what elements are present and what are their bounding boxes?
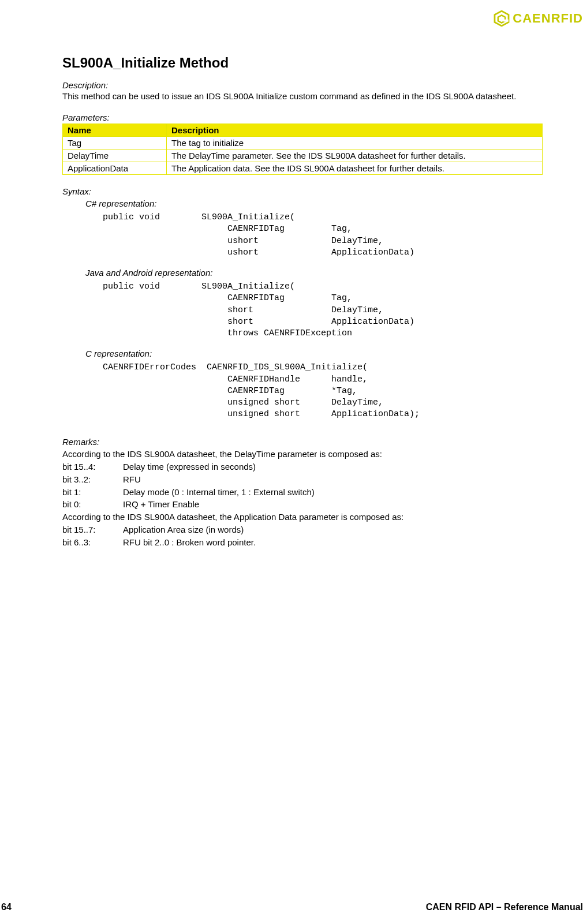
remarks-block: Remarks: According to the IDS SL900A dat… [62,436,543,549]
hexagon-icon [494,10,510,27]
table-row: Tag The tag to initialize [63,137,543,149]
bit-row: bit 15..7:Application Area size (in word… [62,523,543,536]
bit-desc: Delay time (expressed in seconds) [123,461,256,473]
csharp-code: public void SL900A_Initialize( CAENRFIDT… [103,212,543,259]
syntax-label: Syntax: [62,186,543,196]
java-label: Java and Android representation: [85,268,543,278]
page-content: SL900A_Initialize Method Description: Th… [62,55,543,548]
bit-label: bit 1: [62,486,123,499]
table-row: DelayTime The DelayTime parameter. See t… [63,149,543,162]
brand-name: CAENRFID [513,11,583,26]
col-name-header: Name [63,124,167,137]
bit-row: bit 0:IRQ + Timer Enable [62,498,543,511]
bit-desc: Application Area size (in words) [123,523,244,536]
footer-title: CAEN RFID API – Reference Manual [426,902,583,912]
csharp-label: C# representation: [85,199,543,208]
param-name: DelayTime [63,149,167,162]
page-number: 64 [1,902,12,912]
parameters-table: Name Description Tag The tag to initiali… [62,124,543,175]
bit-row: bit 15..4:Delay time (expressed in secon… [62,461,543,473]
remarks-line: According to the IDS SL900A datasheet, t… [62,448,543,461]
col-description-header: Description [167,124,543,137]
bit-row: bit 1:Delay mode (0 : Internal timer, 1 … [62,486,543,499]
c-label: C representation: [85,349,543,358]
java-code: public void SL900A_Initialize( CAENRFIDT… [103,281,543,339]
page-title: SL900A_Initialize Method [62,55,543,71]
bit-row: bit 3..2:RFU [62,473,543,486]
bit-row: bit 6..3:RFU bit 2..0 : Broken word poin… [62,536,543,549]
bit-label: bit 6..3: [62,536,123,549]
param-name: Tag [63,137,167,149]
bit-desc: Delay mode (0 : Internal timer, 1 : Exte… [123,486,315,499]
table-header-row: Name Description [63,124,543,137]
page-footer: 64 CAEN RFID API – Reference Manual [0,902,583,912]
svg-rect-2 [504,20,509,22]
svg-marker-0 [495,11,509,26]
c-code: CAENRFIDErrorCodes CAENRFID_IDS_SL900A_I… [103,362,543,420]
param-description: The DelayTime parameter. See the IDS SL9… [167,149,543,162]
bit-label: bit 3..2: [62,473,123,486]
description-label: Description: [62,80,543,90]
remarks-line: According to the IDS SL900A datasheet, t… [62,511,543,523]
bit-desc: RFU [123,473,141,486]
description-text: This method can be used to issue an IDS … [62,91,543,101]
remarks-label: Remarks: [62,436,543,448]
param-name: ApplicationData [63,162,167,175]
param-description: The Application data. See the IDS SL900A… [167,162,543,175]
bit-label: bit 0: [62,498,123,511]
table-row: ApplicationData The Application data. Se… [63,162,543,175]
brand-logo: CAENRFID [494,10,583,27]
bit-label: bit 15..4: [62,461,123,473]
param-description: The tag to initialize [167,137,543,149]
bit-desc: IRQ + Timer Enable [123,498,199,511]
parameters-label: Parameters: [62,113,543,122]
bit-label: bit 15..7: [62,523,123,536]
bit-desc: RFU bit 2..0 : Broken word pointer. [123,536,256,549]
